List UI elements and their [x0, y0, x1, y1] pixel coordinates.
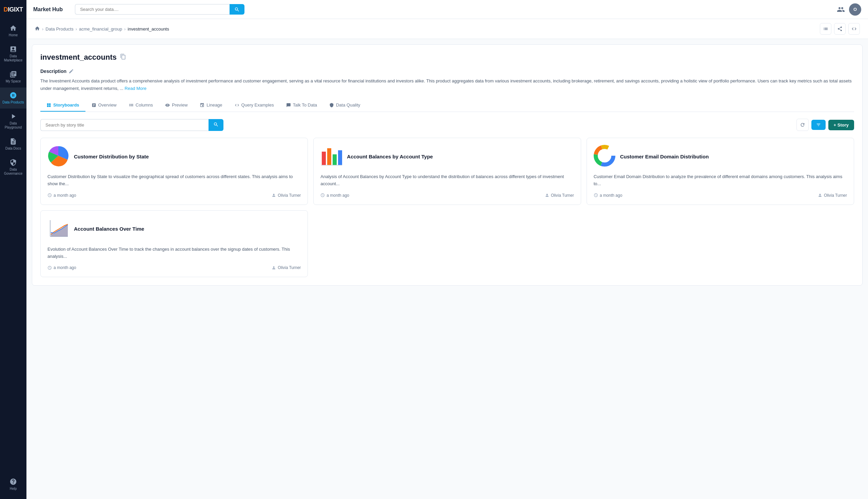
description-text: The Investment Accounts data product off… — [40, 77, 854, 92]
breadcrumb-data-products[interactable]: Data Products — [46, 26, 73, 32]
playground-icon — [10, 113, 17, 120]
tab-talk-to-data[interactable]: Talk To Data — [280, 99, 323, 112]
story-card-3[interactable]: Customer Email Domain Distribution Custo… — [586, 138, 854, 205]
tab-query-examples[interactable]: Query Examples — [228, 99, 280, 112]
list-icon — [823, 26, 828, 32]
clock-icon-3 — [594, 193, 598, 197]
sidebar-item-products-label: Data Products — [2, 100, 24, 105]
card-description-4: Evolution of Account Balances Over Time … — [48, 246, 301, 260]
story-card-4[interactable]: Account Balances Over Time Evolution of … — [40, 210, 308, 278]
card-author-4: Olivia Turner — [278, 265, 301, 270]
sidebar-item-data-playground[interactable]: Data Playground — [0, 109, 26, 134]
products-icon — [10, 92, 17, 99]
card-time-3: a month ago — [600, 193, 622, 198]
pie-chart-1 — [48, 145, 69, 168]
card-footer-3: a month ago Olivia Turner — [594, 193, 847, 198]
marketplace-icon — [10, 46, 17, 53]
card-time-1: a month ago — [53, 193, 76, 198]
home-breadcrumb-icon — [35, 26, 40, 31]
card-time-2: a month ago — [326, 193, 349, 198]
refresh-btn[interactable] — [796, 119, 809, 131]
breadcrumb: › Data Products › acme_financial_group ›… — [35, 26, 169, 32]
sidebar-item-myspace-label: My Space — [6, 80, 21, 83]
story-search-input[interactable] — [40, 119, 209, 131]
card-title-4: Account Balances Over Time — [74, 226, 144, 232]
tab-storyboards[interactable]: Storyboards — [40, 99, 85, 112]
sidebar-item-data-docs[interactable]: Data Docs — [0, 134, 26, 155]
card-description-1: Customer Distribution by State to visual… — [48, 173, 301, 187]
governance-icon — [10, 159, 17, 166]
share-btn[interactable] — [834, 23, 846, 35]
svg-point-10 — [598, 150, 611, 162]
card-title-1: Customer Distribution by State — [74, 154, 149, 159]
edit-icon[interactable] — [69, 69, 74, 74]
card-time-4: a month ago — [53, 265, 76, 270]
story-search-button[interactable] — [209, 119, 223, 131]
clock-icon-2 — [320, 193, 325, 197]
sidebar-item-playground-label: Data Playground — [1, 121, 25, 130]
refresh-icon — [800, 122, 805, 127]
storyboards-tab-icon — [47, 103, 51, 108]
read-more-link[interactable]: Read More — [125, 86, 147, 91]
main-panel: investment_accounts Description The Inve… — [32, 45, 863, 285]
sidebar-item-data-products[interactable]: Data Products — [0, 87, 26, 109]
line-chart-4 — [48, 217, 69, 241]
overview-tab-icon — [91, 103, 96, 108]
card-footer-4: a month ago Olivia Turner — [48, 265, 301, 270]
sidebar-nav: Home Data Marketplace My Space Data Prod… — [0, 19, 26, 474]
bar-chart-2 — [320, 145, 342, 168]
tab-overview[interactable]: Overview — [85, 99, 123, 112]
lineage-tab-icon — [200, 103, 204, 108]
story-actions: + Story — [796, 119, 854, 131]
search-button[interactable] — [230, 4, 245, 15]
breadcrumb-home[interactable] — [35, 26, 40, 32]
card-description-3: Customer Email Domain Distribution to an… — [594, 173, 847, 187]
tab-preview[interactable]: Preview — [159, 99, 194, 112]
card-title-3: Customer Email Domain Distribution — [620, 154, 709, 159]
user-icon-4 — [272, 266, 276, 270]
sidebar-item-home[interactable]: Home — [0, 20, 26, 41]
list-view-btn[interactable] — [820, 23, 831, 35]
breadcrumb-actions — [820, 23, 860, 35]
card-footer-1: a month ago Olivia Turner — [48, 193, 301, 198]
share-icon — [837, 26, 843, 32]
card-author-3: Olivia Turner — [824, 193, 847, 198]
query-tab-icon — [235, 103, 239, 108]
tab-data-quality[interactable]: Data Quality — [323, 99, 367, 112]
svg-rect-4 — [338, 150, 342, 165]
story-card-2[interactable]: Account Balances by Account Type Analysi… — [313, 138, 581, 205]
avatar[interactable]: O — [849, 3, 861, 16]
filter-btn[interactable] — [811, 120, 826, 130]
sidebar-item-home-label: Home — [9, 33, 18, 37]
story-search — [40, 119, 223, 131]
card-header-3: Customer Email Domain Distribution — [594, 145, 847, 168]
topnav-right: O — [837, 3, 861, 16]
user-icon-2 — [545, 193, 549, 197]
sidebar-item-help-label: Help — [10, 487, 17, 491]
sidebar-item-help[interactable]: Help — [0, 474, 26, 495]
sidebar-item-data-governance[interactable]: Data Governance — [0, 155, 26, 180]
copy-icon[interactable] — [120, 53, 126, 61]
tab-columns[interactable]: Columns — [123, 99, 159, 112]
sidebar-item-data-marketplace[interactable]: Data Marketplace — [0, 41, 26, 66]
sidebar-item-my-space[interactable]: My Space — [0, 66, 26, 87]
search-bar — [75, 4, 245, 15]
docs-icon — [10, 138, 17, 145]
panel-title: investment_accounts — [40, 53, 854, 62]
breadcrumb-current: investment_accounts — [128, 26, 169, 32]
search-input[interactable] — [75, 4, 230, 15]
story-search-row: + Story — [40, 119, 854, 131]
code-btn[interactable] — [848, 23, 860, 35]
clock-icon-4 — [48, 266, 52, 270]
tab-lineage[interactable]: Lineage — [194, 99, 228, 112]
users-icon — [837, 5, 845, 14]
sidebar-item-governance-label: Data Governance — [1, 168, 25, 176]
story-card-1[interactable]: Customer Distribution by State Customer … — [40, 138, 308, 205]
home-icon — [10, 24, 17, 32]
card-header-1: Customer Distribution by State — [48, 145, 301, 168]
breadcrumb-acme[interactable]: acme_financial_group — [79, 26, 122, 32]
new-story-btn[interactable]: + Story — [828, 120, 854, 130]
main-content: Market Hub O — [26, 0, 868, 499]
topnav: Market Hub O — [26, 0, 868, 19]
logo[interactable]: DIGIXT — [0, 0, 26, 19]
